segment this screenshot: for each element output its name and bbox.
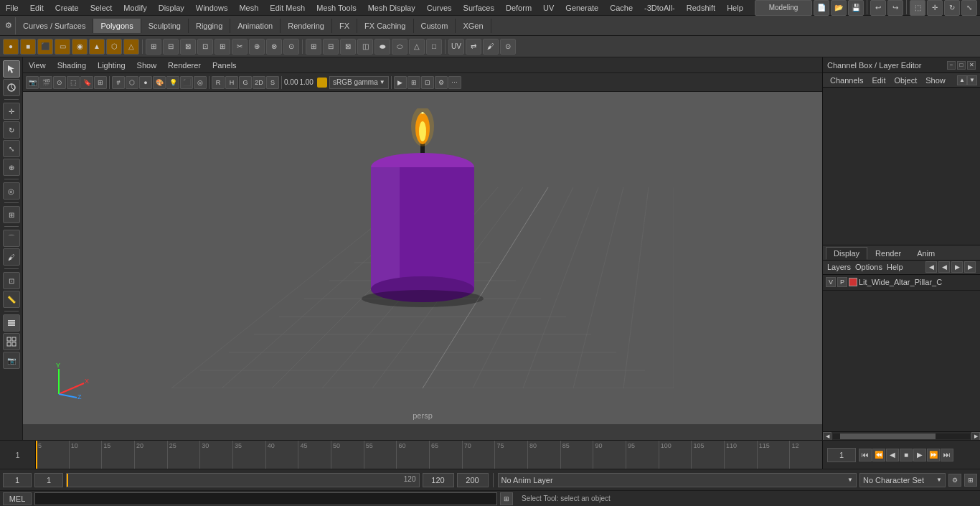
menu-3dtoall[interactable]: -3DtoAll-: [639, 2, 681, 14]
poly-rivet-icon[interactable]: ⊙: [500, 39, 516, 55]
vp-2d-icon[interactable]: 2D: [253, 76, 265, 89]
poly-reduce-icon[interactable]: ⬭: [392, 39, 407, 55]
char-set-extra-btn[interactable]: ⊞: [964, 474, 977, 487]
shelf-tab-rendering[interactable]: Rendering: [281, 19, 332, 33]
btn-play-back[interactable]: ◀: [886, 449, 899, 462]
vp-res-icon[interactable]: R: [212, 76, 225, 89]
poly-prism-icon[interactable]: ⬡: [106, 39, 122, 55]
poly-cone-icon[interactable]: ▲: [89, 39, 105, 55]
frame-start-input[interactable]: [3, 473, 32, 487]
vp-menu-shading[interactable]: Shading: [52, 60, 92, 71]
shelf-tab-custom[interactable]: Custom: [414, 19, 456, 33]
menu-display[interactable]: Display: [153, 2, 190, 14]
rotate-tool-icon[interactable]: ↻: [944, 0, 960, 16]
menu-mesh-tools[interactable]: Mesh Tools: [311, 2, 362, 14]
poly-cube-icon[interactable]: ■: [20, 39, 36, 55]
layers-end-btn[interactable]: ▶: [964, 261, 976, 273]
vp-gate-icon[interactable]: G: [239, 76, 252, 89]
poly-paint-icon[interactable]: 🖌: [483, 39, 499, 55]
menu-modify[interactable]: Modify: [118, 2, 152, 14]
btn-skip-end[interactable]: ⏭: [941, 449, 953, 462]
menu-windows[interactable]: Windows: [190, 2, 234, 14]
vp-menu-renderer[interactable]: Renderer: [162, 60, 207, 71]
channel-box-close[interactable]: ✕: [967, 61, 976, 70]
layers-scroll-right[interactable]: ▶: [971, 432, 980, 441]
btn-play-forward[interactable]: ▶: [913, 449, 926, 462]
show-manipulator-tool[interactable]: ⊞: [3, 206, 20, 223]
vp-ipr-icon[interactable]: ⊡: [421, 76, 434, 89]
poly-triangulate-icon[interactable]: △: [409, 39, 425, 55]
timeline-cursor[interactable]: [36, 441, 37, 469]
frame-slider[interactable]: 120: [66, 473, 420, 487]
vp-wireframe-icon[interactable]: ⬡: [126, 76, 138, 89]
frame-current-input[interactable]: [34, 473, 63, 487]
timeline[interactable]: 1 5 10 15 20 25 3: [0, 440, 980, 469]
menu-mesh[interactable]: Mesh: [233, 2, 264, 14]
poly-combine-icon[interactable]: ⊞: [306, 39, 321, 55]
soft-mod-tool[interactable]: ◎: [3, 182, 20, 200]
char-set-display[interactable]: No Character Set ▼: [859, 473, 946, 487]
poly-separate-icon[interactable]: ⊟: [323, 39, 339, 55]
undo-icon[interactable]: ↩: [870, 0, 886, 16]
frame-out-input[interactable]: [457, 473, 489, 487]
rotate-tool[interactable]: ↻: [3, 121, 20, 139]
snap-point-tool[interactable]: ⊡: [3, 272, 20, 289]
vp-render2-icon[interactable]: ⊞: [407, 76, 420, 89]
poly-insert-icon[interactable]: ⊕: [249, 39, 265, 55]
mel-input[interactable]: [34, 492, 497, 505]
menu-file[interactable]: File: [0, 2, 24, 14]
menu-curves[interactable]: Curves: [421, 2, 458, 14]
menu-deform[interactable]: Deform: [500, 2, 537, 14]
object-menu[interactable]: Object: [890, 76, 921, 85]
layers-menu-options[interactable]: Options: [855, 263, 882, 271]
poly-split-icon[interactable]: ✂: [232, 39, 248, 55]
anim-layer-display[interactable]: No Anim Layer ▼: [498, 473, 857, 487]
poly-plane-icon[interactable]: ▭: [55, 39, 70, 55]
layer-visibility-btn[interactable]: V: [826, 277, 836, 287]
vp-ao-icon[interactable]: ◎: [194, 76, 207, 89]
vp-color-mode-icon[interactable]: [317, 78, 327, 88]
vp-stereo-icon[interactable]: S: [266, 76, 279, 89]
vp-smooth-icon[interactable]: ●: [139, 76, 152, 89]
layers-menu-layers[interactable]: Layers: [827, 263, 851, 271]
char-set-settings-btn[interactable]: ⚙: [948, 474, 961, 487]
channel-scroll-down[interactable]: ▼: [967, 75, 977, 85]
lasso-tool[interactable]: ⌒: [3, 230, 20, 247]
measure-tool[interactable]: 📏: [3, 291, 20, 308]
move-tool[interactable]: ✛: [3, 103, 20, 120]
vp-camera-icon[interactable]: 📷: [26, 76, 39, 89]
layer-tab-render[interactable]: Render: [867, 247, 909, 260]
poly-transfer-icon[interactable]: ⇄: [466, 39, 481, 55]
vp-isolate-icon[interactable]: ⊙: [53, 76, 66, 89]
shelf-tab-rigging[interactable]: Rigging: [189, 19, 230, 33]
3d-scene[interactable]: X Y Z persp: [23, 92, 822, 424]
select-tool[interactable]: [3, 60, 20, 78]
menu-mesh-display[interactable]: Mesh Display: [362, 2, 421, 14]
vp-film-icon[interactable]: 🎬: [39, 76, 52, 89]
layer-color-swatch[interactable]: [849, 278, 857, 286]
poly-torus-icon[interactable]: ◉: [72, 39, 88, 55]
menu-redshift[interactable]: Redshift: [681, 2, 721, 14]
btn-skip-start[interactable]: ⏮: [859, 449, 872, 462]
poly-extrude-icon[interactable]: ⊞: [146, 39, 161, 55]
menu-edit[interactable]: Edit: [24, 2, 50, 14]
poly-mirror-icon[interactable]: ◫: [357, 39, 373, 55]
vp-light-icon[interactable]: 💡: [166, 76, 179, 89]
mel-label[interactable]: MEL: [3, 492, 32, 505]
menu-uv[interactable]: UV: [537, 2, 560, 14]
layer-tool[interactable]: [3, 314, 20, 332]
menu-generate[interactable]: Generate: [560, 2, 604, 14]
new-scene-icon[interactable]: 📄: [814, 0, 829, 16]
paint-select-tool[interactable]: [3, 79, 20, 96]
universal-tool[interactable]: ⊕: [3, 159, 20, 176]
poly-append-icon[interactable]: ⊞: [215, 39, 230, 55]
vp-bookmark-icon[interactable]: 🔖: [80, 76, 93, 89]
frame-range-end-input[interactable]: [423, 473, 454, 487]
shelf-tab-fx-caching[interactable]: FX Caching: [357, 19, 413, 33]
poly-pyramid-icon[interactable]: △: [123, 39, 139, 55]
menu-cache[interactable]: Cache: [604, 2, 639, 14]
poly-multi-cut-icon[interactable]: ⊗: [266, 39, 282, 55]
poly-bridge-icon[interactable]: ⊠: [180, 39, 196, 55]
menu-surfaces[interactable]: Surfaces: [458, 2, 500, 14]
vp-menu-view[interactable]: View: [23, 60, 52, 71]
